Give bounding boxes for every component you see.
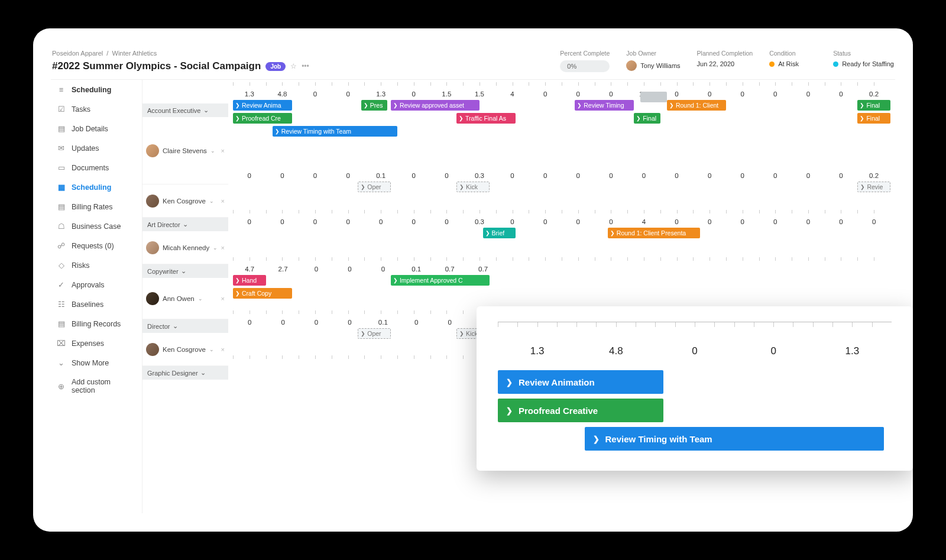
- sidebar-item-show-more[interactable]: ⌄Show More: [51, 353, 142, 373]
- task-bar[interactable]: ❯Final: [857, 100, 890, 111]
- sidebar-item-scheduling[interactable]: ▦Scheduling: [51, 177, 142, 197]
- task-bar[interactable]: ❯Brief: [483, 228, 516, 238]
- person-row[interactable]: Ken Cosgrove⌄ ×: [142, 184, 228, 218]
- sidebar-item-job-details[interactable]: ▤Job Details: [51, 119, 142, 138]
- sidebar-item-documents[interactable]: ▭Documents: [51, 158, 142, 177]
- baseline-icon: ☷: [57, 300, 66, 309]
- hours-cell: 0: [562, 218, 595, 225]
- close-icon[interactable]: ×: [221, 244, 225, 251]
- hours-cell: 0.7: [466, 266, 500, 273]
- close-icon[interactable]: ×: [221, 147, 225, 154]
- task-bar[interactable]: [640, 92, 666, 102]
- avatar: [146, 195, 159, 208]
- task-bar[interactable]: ❯Implement Approved C: [391, 275, 490, 286]
- person-row[interactable]: Claire Stevens⌄ ×: [142, 117, 228, 184]
- hours-cell: 0: [857, 218, 890, 225]
- hours-cell: 0: [266, 172, 299, 179]
- close-icon[interactable]: ×: [221, 295, 225, 302]
- chevron-right-icon: ❯: [235, 290, 240, 296]
- sidebar-item-expenses[interactable]: ⌧Expenses: [51, 334, 142, 353]
- sidebar-item-approvals[interactable]: ✓Approvals: [51, 275, 142, 294]
- hours-cell: 0: [332, 172, 365, 179]
- hours-cell: 0: [595, 218, 628, 225]
- job-owner: Tony Williams: [640, 62, 680, 69]
- task-bar[interactable]: ❯Final: [634, 113, 660, 124]
- hours-cell: 0: [726, 90, 759, 98]
- task-bar[interactable]: ❯Pres: [361, 100, 387, 111]
- role-group[interactable]: Account Executive ⌄: [142, 103, 228, 117]
- role-group[interactable]: Copywriter ⌄: [142, 264, 228, 278]
- hours-cell: 4: [496, 90, 529, 98]
- hours-cell: 0: [430, 218, 464, 225]
- chevron-down-icon: ⌄: [210, 148, 215, 154]
- sidebar-item-updates[interactable]: ✉Updates: [51, 138, 142, 158]
- hours-cell: 0.2: [857, 172, 890, 179]
- sidebar-item-tasks[interactable]: ☑Tasks: [51, 99, 142, 119]
- chevron-right-icon: ❯: [459, 331, 464, 336]
- task-bar[interactable]: ❯Final: [857, 113, 890, 124]
- task-bar[interactable]: ❯Kick: [456, 182, 490, 192]
- sidebar-item-add-section[interactable]: ⊕Add custom section: [51, 373, 142, 400]
- sidebar-item-baselines[interactable]: ☷Baselines: [51, 294, 142, 314]
- sidebar-item-risks[interactable]: ◇Risks: [51, 255, 142, 275]
- hours-cell: 0: [233, 319, 266, 326]
- app-frame: Poseidon Apparel / Winter Athletics #202…: [33, 28, 913, 532]
- person-row[interactable]: Ken Cosgrove⌄ ×: [142, 333, 228, 366]
- close-icon[interactable]: ×: [221, 198, 225, 205]
- person-row[interactable]: Micah Kennedy⌄ ×: [142, 231, 228, 264]
- task-bar[interactable]: ❯Oper: [358, 328, 391, 339]
- sidebar-item-billing-records[interactable]: ▤Billing Records: [51, 314, 142, 334]
- task-bar[interactable]: ❯Traffic Final As: [456, 113, 516, 124]
- chevron-right-icon: ❯: [669, 102, 674, 108]
- role-group[interactable]: Art Director ⌄: [142, 218, 228, 231]
- chevron-right-icon: ❯: [364, 102, 368, 108]
- task-bar[interactable]: ❯Proofread Creative: [498, 399, 663, 422]
- hours-cell: 4.8: [266, 90, 299, 98]
- task-bar[interactable]: ❯Review Timing with Team: [585, 427, 884, 451]
- task-bar[interactable]: ❯Review Animation: [498, 370, 663, 394]
- chevron-right-icon: ❯: [636, 115, 641, 121]
- hours-cell: 0: [660, 172, 694, 179]
- task-bar[interactable]: ❯Review Timing: [575, 100, 634, 111]
- role-group[interactable]: Graphic Designer ⌄: [142, 366, 228, 380]
- hours-cell: 0: [299, 218, 332, 225]
- chevron-right-icon: ❯: [275, 128, 280, 134]
- breadcrumb-link[interactable]: Poseidon Apparel: [52, 50, 103, 57]
- hours-cell: 0: [397, 90, 430, 98]
- breadcrumb: Poseidon Apparel / Winter Athletics: [52, 50, 560, 57]
- task-bar[interactable]: ❯Review Timing with Team: [273, 126, 397, 137]
- chevron-down-icon: ⌄: [209, 198, 214, 204]
- sidebar-item-billing-rates[interactable]: ▤Billing Rates: [51, 197, 142, 216]
- timeline-ruler: [233, 82, 890, 87]
- role-group[interactable]: Director ⌄: [142, 319, 228, 333]
- person-row[interactable]: Ann Owen⌄ ×: [142, 278, 228, 319]
- chevron-down-icon: ⌄: [198, 296, 203, 302]
- breadcrumb-link[interactable]: Winter Athletics: [112, 50, 157, 57]
- meta-label: Job Owner: [626, 50, 680, 57]
- close-icon[interactable]: ×: [221, 346, 225, 353]
- task-bar[interactable]: ❯Hand: [233, 275, 266, 286]
- task-bar[interactable]: ❯Round 1: Client: [667, 100, 726, 111]
- meta-label: Condition: [769, 50, 817, 57]
- hours-row: 4.72.70000.10.70.7: [233, 266, 500, 273]
- hours-cell: 0: [759, 218, 792, 225]
- sidebar-item-business-case[interactable]: ☖Business Case: [51, 216, 142, 236]
- task-bar[interactable]: ❯Proofread Cre: [233, 113, 292, 124]
- task-bar[interactable]: ❯Craft Copy: [233, 288, 292, 299]
- hours-cell: 0: [792, 90, 825, 98]
- chevron-right-icon: ❯: [860, 102, 864, 108]
- task-bar[interactable]: ❯Review Anima: [233, 100, 292, 111]
- task-bar[interactable]: ❯Oper: [358, 182, 391, 192]
- sidebar-item-requests[interactable]: ☍Requests (0): [51, 236, 142, 255]
- task-bar[interactable]: ❯Review approved asset: [391, 100, 480, 111]
- task-bar[interactable]: ❯Round 1: Client Presenta: [608, 228, 700, 238]
- star-icon[interactable]: ☆: [290, 62, 297, 70]
- more-icon[interactable]: •••: [302, 62, 309, 70]
- chevron-down-icon: ⌄: [209, 347, 214, 352]
- avatar: [626, 60, 637, 71]
- hours-cell: 0: [825, 90, 858, 98]
- hours-cell: 0: [693, 218, 726, 225]
- task-bar[interactable]: ❯Revie: [857, 182, 890, 192]
- chevron-down-icon: ⌄: [57, 358, 66, 367]
- rates-icon: ▤: [57, 202, 66, 211]
